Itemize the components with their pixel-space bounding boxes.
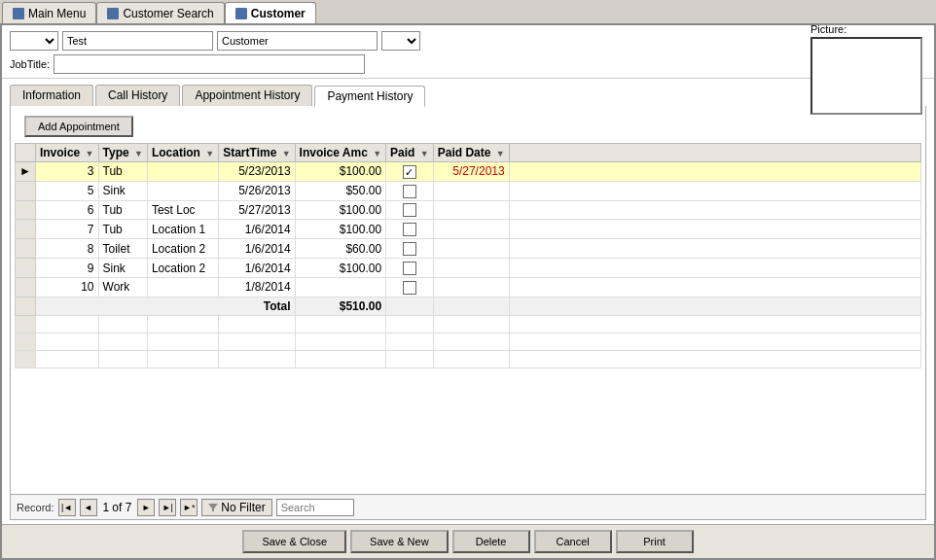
nav-last-button[interactable]: ►|	[159, 499, 176, 516]
paiddate-sort-icon: ▼	[496, 149, 505, 158]
cell-paid[interactable]	[386, 162, 434, 182]
name-input[interactable]	[62, 31, 213, 51]
picture-label: Picture:	[810, 23, 922, 35]
cell-amount: $100.00	[295, 220, 386, 239]
delete-button[interactable]: Delete	[452, 530, 530, 553]
cell-paid[interactable]	[386, 259, 434, 278]
cell-paid[interactable]	[386, 220, 434, 239]
cancel-button[interactable]: Cancel	[534, 530, 612, 553]
row-arrow-cell	[16, 181, 36, 200]
jobtitle-input[interactable]	[54, 54, 365, 74]
suffix-dropdown[interactable]	[381, 31, 420, 51]
tab-customer-search[interactable]: Customer Search	[96, 2, 224, 23]
cell-invoice: 5	[35, 181, 98, 200]
cell-spacer	[509, 259, 920, 278]
search-input[interactable]	[276, 499, 354, 516]
tab-call-history[interactable]: Call History	[95, 85, 180, 106]
nav-next-button[interactable]: ►	[137, 499, 155, 516]
cell-amount: $50.00	[295, 181, 386, 200]
customer-header: JobTitle: Picture:	[2, 25, 934, 79]
tab-appointment-history[interactable]: Appointment History	[182, 85, 312, 106]
header-paid[interactable]: Paid ▼	[386, 144, 434, 162]
table-row[interactable]: 6TubTest Loc5/27/2013$100.00	[16, 200, 921, 220]
total-paid-cell	[386, 297, 434, 315]
paid-checkbox[interactable]	[403, 281, 416, 295]
paid-checkbox[interactable]	[403, 185, 416, 198]
header-invoice[interactable]: Invoice ▼	[35, 144, 98, 162]
table-empty-row	[16, 332, 921, 350]
nav-current-record: 1 of 7	[103, 501, 132, 514]
row-arrow-cell	[16, 259, 36, 278]
amount-sort-icon: ▼	[373, 149, 381, 158]
cell-paiddate	[433, 181, 509, 200]
cell-paid[interactable]	[386, 239, 434, 259]
row-arrow-cell	[16, 200, 36, 220]
table-row[interactable]: 8ToiletLocation 21/6/2014$60.00	[16, 239, 921, 259]
cell-location: Location 2	[147, 259, 218, 278]
table-header-row: Invoice ▼ Type ▼ Location ▼ StartTime	[16, 144, 921, 162]
cell-type: Tub	[98, 162, 147, 182]
cell-invoice: 8	[35, 239, 98, 259]
cell-paid[interactable]	[386, 181, 434, 200]
picture-section: Picture:	[810, 23, 922, 115]
paid-checkbox[interactable]	[403, 223, 416, 236]
cell-spacer	[509, 239, 920, 259]
header-amount[interactable]: Invoice Amc ▼	[295, 144, 386, 162]
tab-information[interactable]: Information	[10, 85, 93, 106]
cell-amount	[295, 277, 386, 297]
cell-paid[interactable]	[386, 200, 434, 220]
table-row[interactable]: 5Sink5/26/2013$50.00	[16, 181, 921, 200]
header-location[interactable]: Location ▼	[147, 144, 218, 162]
table-row[interactable]: ►3Tub5/23/2013$100.005/27/2013	[16, 162, 921, 182]
tab-main-menu[interactable]: Main Menu	[2, 2, 96, 23]
cell-invoice: 9	[35, 259, 98, 278]
starttime-sort-icon: ▼	[282, 149, 291, 158]
table-row[interactable]: 7TubLocation 11/6/2014$100.00	[16, 220, 921, 239]
no-filter-button[interactable]: No Filter	[201, 499, 271, 516]
print-button[interactable]: Print	[616, 530, 694, 553]
cell-type: Tub	[98, 200, 147, 220]
total-arrow-cell	[16, 297, 36, 315]
row-arrow-cell	[16, 277, 36, 297]
cell-paid[interactable]	[386, 277, 434, 297]
total-label-cell: Total	[35, 297, 295, 315]
table-row[interactable]: 10Work1/8/2014	[16, 277, 921, 297]
main-content: JobTitle: Picture: Information Call Hist…	[0, 25, 936, 560]
header-starttime[interactable]: StartTime ▼	[219, 144, 295, 162]
total-spacer-cell	[509, 297, 920, 315]
type-sort-icon: ▼	[134, 149, 143, 158]
prefix-dropdown[interactable]	[10, 31, 58, 51]
cell-type: Sink	[98, 259, 147, 278]
svg-marker-0	[208, 504, 218, 511]
tab-customer[interactable]: Customer	[225, 2, 316, 23]
paid-checkbox[interactable]	[403, 165, 416, 179]
tab-payment-history[interactable]: Payment History	[314, 86, 425, 107]
paid-checkbox[interactable]	[403, 242, 416, 256]
cell-spacer	[509, 162, 920, 182]
table-body: ►3Tub5/23/2013$100.005/27/20135Sink5/26/…	[16, 162, 921, 368]
customer-icon	[235, 8, 247, 19]
tab-main-menu-label: Main Menu	[28, 7, 86, 20]
cell-starttime: 5/26/2013	[219, 181, 295, 200]
paid-checkbox[interactable]	[403, 262, 416, 275]
inner-tab-bar: Information Call History Appointment His…	[2, 79, 934, 106]
row-arrow-cell	[16, 220, 36, 239]
tab-customer-search-label: Customer Search	[123, 7, 213, 20]
picture-frame	[810, 37, 922, 115]
save-new-button[interactable]: Save & New	[350, 530, 449, 553]
header-type[interactable]: Type ▼	[98, 144, 147, 162]
table-total-row: Total $510.00	[16, 297, 921, 315]
paid-checkbox[interactable]	[403, 203, 416, 217]
cell-invoice: 10	[35, 277, 98, 297]
nav-prev-button[interactable]: ◄	[80, 499, 97, 516]
save-close-button[interactable]: Save & Close	[242, 530, 346, 553]
customer-input[interactable]	[217, 31, 378, 51]
cell-location	[147, 181, 218, 200]
table-row[interactable]: 9SinkLocation 21/6/2014$100.00	[16, 259, 921, 278]
nav-first-button[interactable]: |◄	[58, 499, 76, 516]
add-appointment-button[interactable]: Add Appointment	[24, 116, 133, 137]
cell-location: Location 1	[147, 220, 218, 239]
payment-table-wrapper: Invoice ▼ Type ▼ Location ▼ StartTime	[15, 143, 921, 494]
header-paiddate[interactable]: Paid Date ▼	[433, 144, 509, 162]
nav-new-button[interactable]: ►*	[180, 499, 198, 516]
